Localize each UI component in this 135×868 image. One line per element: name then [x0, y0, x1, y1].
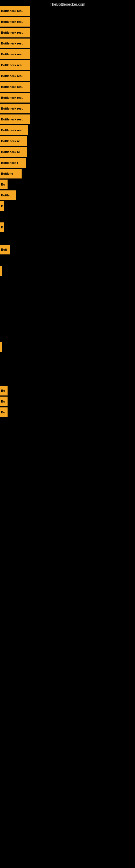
bar-label: Bottleneck resu — [1, 42, 24, 45]
bar-label: Bottleneck resu — [1, 85, 24, 88]
bar-label: Bo — [1, 183, 5, 186]
bar-label: Bottleneck resu — [1, 107, 24, 110]
bar-label: Bottleneck resu — [1, 63, 24, 67]
bar-label: Bo — [1, 411, 5, 414]
bar-label: Bottleneck resu — [1, 20, 24, 23]
vertical-line — [0, 418, 0, 428]
bar-item: Bottleneck resu — [0, 104, 30, 113]
bar-item: Bo — [0, 397, 8, 406]
bar-item: Bottleneck resu — [0, 28, 30, 37]
bar-label: Bottleneck resu — [1, 118, 24, 121]
bar-label: B — [1, 205, 3, 208]
bar-item: Bo — [0, 386, 8, 396]
vertical-line — [0, 375, 0, 384]
bar-label: Bottleneck resu — [1, 31, 24, 34]
bar-item: Bottleneck res — [0, 125, 28, 135]
bar-label: Bottleneck re — [1, 140, 20, 143]
bar-label: Bottleneck resu — [1, 74, 24, 78]
bar-label: Bottleneck resu — [1, 9, 24, 12]
bar-item: Bott — [0, 245, 10, 254]
bar-item: Bottleneck resu — [0, 38, 30, 48]
bar-item: Bottleneck resu — [0, 71, 30, 81]
bar-item: B — [0, 222, 4, 232]
bar-label: Bottle — [1, 194, 9, 197]
bar-item: Bottleneck resu — [0, 93, 30, 102]
bar-label: Bottleneck re — [1, 150, 20, 154]
bar-item: Bo — [0, 407, 8, 417]
bar-label: Bottleneck r — [1, 161, 18, 164]
bar-item: Bottleneck resu — [0, 50, 30, 59]
bar-item — [0, 267, 2, 276]
bar-item: Bottlene — [0, 169, 21, 179]
bar-item: Bottleneck resu — [0, 82, 30, 92]
bar-item: Bottleneck re — [0, 147, 27, 157]
bar-item: Bottleneck re — [0, 136, 27, 146]
bar-label: Bottleneck resu — [1, 96, 24, 99]
bar-item: Bo — [0, 180, 8, 189]
bar-item — [0, 342, 2, 352]
bar-label: Bottleneck res — [1, 129, 21, 132]
bar-label: Bo — [1, 400, 5, 403]
vertical-line — [0, 234, 0, 244]
bar-item: Bottleneck resu — [0, 115, 30, 124]
bar-item: B — [0, 201, 4, 211]
bar-label: B — [1, 226, 3, 229]
bar-label: Bo — [1, 389, 5, 392]
bar-label: Bottlene — [1, 172, 13, 175]
bar-item: Bottle — [0, 190, 16, 200]
bar-label: Bottleneck resu — [1, 53, 24, 56]
bar-item: Bottleneck resu — [0, 17, 30, 27]
bar-item: Bottleneck resu — [0, 60, 30, 70]
bar-item: Bottleneck r — [0, 158, 26, 167]
bar-label: Bott — [1, 248, 7, 251]
bar-item: Bottleneck resu — [0, 6, 30, 16]
